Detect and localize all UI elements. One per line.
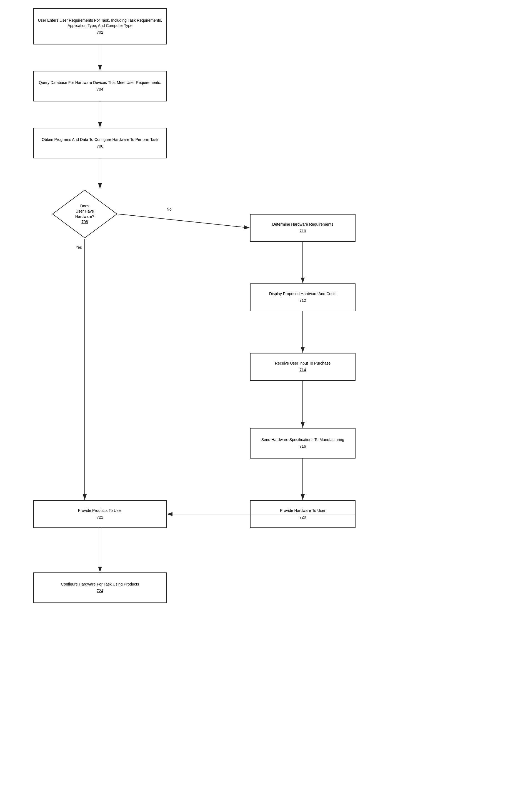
box-716-ref: 716 (299, 444, 306, 449)
box-706-label: Obtain Programs And Data To Configure Ha… (42, 137, 158, 143)
diamond-708: Does User Have Hardware? 708 (52, 189, 118, 239)
box-714: Receive User Input To Purchase 714 (250, 353, 355, 381)
diamond-708-line3: Hardware? (75, 214, 94, 219)
box-706-ref: 706 (97, 144, 103, 149)
box-702: User Enters User Requirements For Task, … (33, 8, 167, 44)
box-712-label: Display Proposed Hardware And Costs (269, 291, 336, 297)
label-no: No (167, 207, 172, 212)
box-712: Display Proposed Hardware And Costs 712 (250, 284, 355, 311)
box-720: Provide Hardware To User 720 (250, 500, 355, 528)
box-722: Provide Products To User 722 (33, 500, 167, 528)
diamond-708-line1: Does (80, 204, 89, 208)
box-710-label: Determine Hardware Requirements (272, 222, 333, 227)
box-710-ref: 710 (299, 229, 306, 234)
box-724: Configure Hardware For Task Using Produc… (33, 572, 167, 603)
arrows-svg (0, 0, 528, 812)
box-722-ref: 722 (97, 514, 103, 520)
diagram-container: User Enters User Requirements For Task, … (0, 0, 528, 812)
box-704: Query Database For Hardware Devices That… (33, 71, 167, 101)
diamond-708-line2: User Have (75, 209, 94, 214)
diamond-708-ref: 708 (82, 219, 88, 224)
box-714-label: Receive User Input To Purchase (275, 361, 331, 366)
box-720-ref: 720 (299, 514, 306, 520)
box-724-label: Configure Hardware For Task Using Produc… (61, 582, 139, 587)
box-704-label: Query Database For Hardware Devices That… (39, 80, 161, 86)
box-710: Determine Hardware Requirements 710 (250, 214, 355, 242)
box-704-ref: 704 (97, 87, 103, 92)
svg-line-5 (118, 214, 250, 228)
box-722-label: Provide Products To User (78, 508, 122, 513)
label-yes: Yes (75, 245, 82, 249)
box-716: Send Hardware Specifications To Manufact… (250, 428, 355, 459)
box-702-label: User Enters User Requirements For Task, … (38, 18, 162, 29)
box-706: Obtain Programs And Data To Configure Ha… (33, 128, 167, 158)
box-714-ref: 714 (299, 367, 306, 373)
box-724-ref: 724 (97, 588, 103, 594)
box-720-label: Provide Hardware To User (280, 508, 325, 513)
box-712-ref: 712 (299, 298, 306, 303)
box-716-label: Send Hardware Specifications To Manufact… (261, 437, 344, 443)
box-702-ref: 702 (97, 30, 103, 35)
